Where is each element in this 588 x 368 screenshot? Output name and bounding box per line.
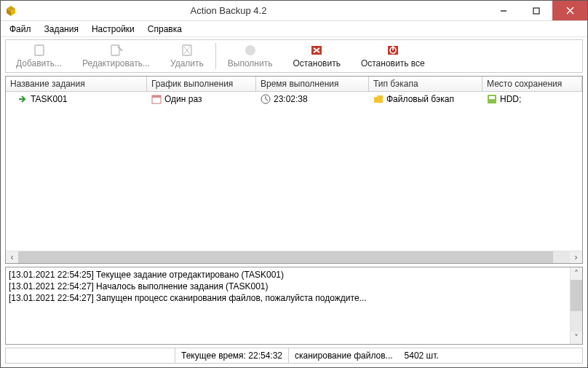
menu-tasks[interactable]: Задания: [39, 23, 84, 36]
delete-label: Удалить: [170, 58, 204, 68]
edit-icon: [109, 44, 124, 57]
log-panel: [13.01.2021 22:54:25] Текущее задание от…: [5, 267, 583, 345]
window-controls: [487, 1, 587, 20]
add-button[interactable]: Добавить...: [6, 40, 72, 72]
svg-rect-26: [489, 96, 495, 99]
arrow-right-icon: [17, 94, 28, 104]
delete-icon: [180, 44, 194, 57]
cell-dest: HDD;: [500, 94, 521, 104]
table-body: TASK001 Один раз 23:02:38 Файловый бэкап…: [6, 92, 582, 251]
scroll-right-icon[interactable]: ›: [570, 251, 582, 264]
scroll-thumb[interactable]: [18, 251, 553, 263]
menu-file[interactable]: Файл: [4, 23, 37, 36]
toolbar-separator: [215, 43, 216, 69]
col-name[interactable]: Название задания: [6, 77, 147, 91]
col-time[interactable]: Время выполнения: [256, 77, 369, 91]
svg-point-13: [245, 45, 255, 55]
svg-line-9: [118, 47, 122, 51]
col-dest[interactable]: Место сохранения: [482, 77, 582, 91]
menu-help[interactable]: Справка: [142, 23, 188, 36]
edit-label: Редактировать...: [82, 58, 150, 68]
task-table: Название задания График выполнения Время…: [5, 76, 583, 264]
scroll-left-icon[interactable]: ‹: [6, 251, 18, 264]
stop-button[interactable]: Остановить: [282, 40, 351, 72]
add-label: Добавить...: [16, 58, 62, 68]
stop-label: Остановить: [293, 58, 341, 68]
run-button[interactable]: Выполнить: [218, 40, 283, 72]
status-process: сканирование файлов...: [288, 348, 399, 363]
stop-all-button[interactable]: Остановить все: [351, 40, 435, 72]
run-icon: [243, 44, 258, 57]
menu-bar: Файл Задания Настройки Справка: [1, 21, 587, 37]
stop-all-icon: [386, 44, 400, 57]
status-time-value: 22:54:32: [248, 351, 282, 361]
title-bar: Action Backup 4.2: [1, 1, 587, 21]
calendar-icon: [151, 94, 162, 104]
table-row[interactable]: TASK001 Один раз 23:02:38 Файловый бэкап…: [6, 92, 582, 106]
horizontal-scrollbar[interactable]: ‹ ›: [6, 251, 582, 263]
window-title: Action Backup 4.2: [21, 5, 436, 16]
cell-name: TASK001: [31, 94, 67, 104]
stop-all-label: Остановить все: [361, 58, 425, 68]
folder-icon: [373, 94, 384, 104]
vertical-scrollbar[interactable]: ˄ ˅: [570, 267, 582, 344]
scroll-up-icon[interactable]: ˄: [571, 267, 582, 280]
minimize-button[interactable]: [487, 1, 520, 20]
clock-icon: [261, 94, 271, 104]
close-button[interactable]: [552, 1, 587, 20]
menu-settings[interactable]: Настройки: [86, 23, 140, 36]
add-icon: [32, 44, 47, 57]
scroll-down-icon[interactable]: ˅: [571, 332, 582, 344]
maximize-button[interactable]: [520, 1, 552, 20]
status-count: 5402 шт.: [399, 348, 445, 363]
disk-icon: [487, 94, 497, 104]
col-type[interactable]: Тип бэкапа: [369, 77, 482, 91]
svg-rect-4: [533, 8, 539, 14]
status-bar: Текущее время: 22:54:32 сканирование фай…: [5, 348, 583, 364]
status-time-label: Текущее время:: [181, 351, 246, 361]
log-line: [13.01.2021 22:54:27] Запущен процесс ск…: [9, 292, 579, 304]
col-schedule[interactable]: График выполнения: [147, 77, 256, 91]
scroll-thumb[interactable]: [571, 280, 582, 311]
stop-icon: [309, 44, 324, 57]
cell-type: Файловый бэкап: [386, 94, 454, 104]
run-label: Выполнить: [228, 58, 273, 68]
app-icon: [5, 5, 17, 17]
svg-rect-7: [35, 45, 44, 55]
log-line: [13.01.2021 22:54:27] Началось выполнени…: [9, 281, 579, 292]
toolbar: Добавить... Редактировать... Удалить Вып…: [5, 39, 583, 73]
cell-time: 23:02:38: [274, 94, 308, 104]
status-time: Текущее время: 22:54:32: [175, 348, 288, 363]
log-line: [13.01.2021 22:54:25] Текущее задание от…: [9, 269, 579, 281]
edit-button[interactable]: Редактировать...: [72, 40, 160, 72]
table-header: Название задания График выполнения Время…: [6, 77, 582, 92]
svg-rect-21: [152, 95, 161, 98]
cell-schedule: Один раз: [164, 94, 202, 104]
delete-button[interactable]: Удалить: [160, 40, 214, 72]
